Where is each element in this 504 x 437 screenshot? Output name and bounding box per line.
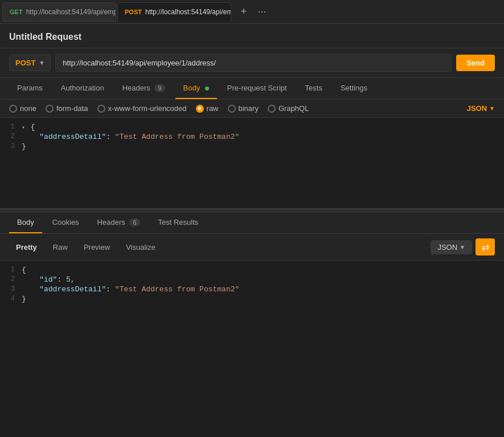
tab-pre-request-label: Pre-request Script [227, 84, 287, 92]
resp-line-content-4: } [22, 295, 26, 303]
resp-tab-test-results[interactable]: Test Results [150, 212, 207, 233]
tab-authorization[interactable]: Authorization [53, 78, 112, 99]
resp-line-content-2: "id": 5, [22, 275, 75, 284]
method-selector[interactable]: POST ▼ [9, 55, 51, 71]
option-form-data-label: form-data [56, 104, 88, 113]
more-tabs-button[interactable]: ··· [254, 4, 270, 20]
resp-format-label: JSON [437, 243, 457, 252]
tab-post[interactable]: POST http://localhost:54149/api/em... [117, 2, 231, 22]
brace-open: { [31, 123, 35, 131]
radio-form-data [46, 105, 54, 113]
radio-urlencoded [97, 105, 105, 113]
option-form-data[interactable]: form-data [46, 104, 88, 113]
tab-headers-label: Headers [122, 84, 150, 92]
resp-tab-body[interactable]: Body [9, 212, 42, 233]
option-urlencoded[interactable]: x-www-form-urlencoded [97, 104, 187, 113]
radio-graphql [268, 105, 276, 113]
tab-get[interactable]: GET http://localhost:54149/api/empl... [2, 2, 116, 22]
tab-tests[interactable]: Tests [297, 78, 330, 99]
code-line-1: 1 ▾ { [0, 122, 504, 132]
resp-format-selector: JSON ▼ ⇄ [431, 238, 495, 255]
option-none-label: none [20, 104, 36, 113]
option-raw[interactable]: raw [196, 104, 219, 113]
add-tab-button[interactable]: + [236, 4, 252, 20]
resp-tab-headers[interactable]: Headers 6 [89, 212, 148, 233]
resp-sub-tab-preview-label: Preview [84, 243, 110, 252]
option-binary[interactable]: binary [228, 104, 259, 113]
brace-close: } [22, 142, 26, 151]
tab-body-label: Body [183, 84, 200, 92]
request-tabs: Params Authorization Headers 9 Body Pre-… [0, 78, 504, 100]
resp-val-addressdetail: "Test Address from Postman2" [115, 285, 239, 294]
resp-val-id: 5, [66, 275, 75, 284]
resp-colon-1: : [57, 275, 66, 284]
tab-body[interactable]: Body [175, 78, 217, 99]
json-format-arrow-icon: ▼ [489, 105, 495, 112]
resp-line-content-3: "addressDetail": "Test Address from Post… [22, 285, 239, 294]
resp-sub-tab-preview[interactable]: Preview [77, 240, 117, 254]
url-bar: POST ▼ Send [0, 48, 504, 78]
code-colon-1: : [106, 133, 115, 141]
response-tabs: Body Cookies Headers 6 Test Results [0, 212, 504, 234]
request-body-editor[interactable]: 1 ▾ { 2 "addressDetail": "Test Address f… [0, 118, 504, 209]
response-sub-bar: Pretty Raw Preview Visualize JSON ▼ ⇄ [0, 234, 504, 261]
resp-sub-tab-visualize[interactable]: Visualize [119, 240, 162, 254]
resp-brace-open: { [22, 266, 26, 274]
code-line-3: 3 } [0, 142, 504, 151]
line-content-1: ▾ { [22, 123, 35, 131]
tab-actions: + ··· [236, 4, 270, 20]
method-value: POST [15, 59, 35, 67]
resp-code-key-addressdetail: "addressDetail" [39, 285, 106, 294]
radio-none [9, 105, 17, 113]
resp-tab-headers-badge: 6 [129, 218, 140, 226]
option-graphql[interactable]: GraphQL [268, 104, 309, 113]
request-title-area: Untitled Request [0, 24, 504, 48]
tab-params-label: Params [17, 84, 43, 92]
body-active-dot [205, 86, 209, 90]
line-num-1: 1 [5, 123, 15, 131]
resp-line-num-1: 1 [5, 266, 15, 274]
line-num-3: 3 [5, 142, 15, 150]
tab-headers-badge: 9 [154, 84, 165, 92]
code-val-addressdetail: "Test Address from Postman2" [115, 133, 239, 141]
wrap-button[interactable]: ⇄ [476, 238, 495, 255]
resp-tab-cookies[interactable]: Cookies [44, 212, 87, 233]
request-title: Untitled Request [9, 32, 81, 42]
resp-colon-2: : [106, 285, 115, 294]
wrap-icon: ⇄ [482, 242, 489, 253]
line-content-3: } [22, 142, 26, 151]
option-graphql-label: GraphQL [278, 104, 309, 113]
json-format-selector[interactable]: JSON ▼ [467, 104, 495, 113]
tab-headers[interactable]: Headers 9 [114, 78, 173, 99]
resp-tab-cookies-label: Cookies [52, 218, 79, 226]
option-binary-label: binary [239, 104, 259, 113]
resp-tab-headers-label: Headers [97, 218, 125, 226]
resp-sub-tab-pretty-label: Pretty [16, 243, 37, 252]
tab-params[interactable]: Params [9, 78, 51, 99]
tab-get-url: http://localhost:54149/api/empl... [26, 8, 116, 16]
tab-post-url: http://localhost:54149/api/em... [145, 8, 231, 16]
option-raw-label: raw [207, 104, 219, 113]
line-content-2: "addressDetail": "Test Address from Post… [22, 133, 239, 141]
resp-code-line-3: 3 "addressDetail": "Test Address from Po… [0, 285, 504, 294]
resp-sub-tab-raw[interactable]: Raw [46, 240, 75, 254]
resp-format-button[interactable]: JSON ▼ [431, 240, 472, 254]
code-key-addressdetail: "addressDetail" [39, 133, 106, 141]
resp-code-line-1: 1 { [0, 265, 504, 275]
resp-code-key-id: "id" [39, 275, 57, 284]
send-button[interactable]: Send [456, 55, 495, 71]
expand-icon-1[interactable]: ▾ [22, 125, 25, 131]
tab-authorization-label: Authorization [61, 84, 104, 92]
resp-line-content-1: { [22, 266, 26, 274]
code-line-2: 2 "addressDetail": "Test Address from Po… [0, 132, 504, 142]
resp-sub-tab-pretty[interactable]: Pretty [9, 240, 44, 254]
radio-raw [196, 105, 204, 113]
tab-settings[interactable]: Settings [333, 78, 375, 99]
resp-code-line-2: 2 "id": 5, [0, 275, 504, 285]
option-none[interactable]: none [9, 104, 36, 113]
resp-tab-test-results-label: Test Results [158, 218, 199, 226]
tab-pre-request[interactable]: Pre-request Script [219, 78, 295, 99]
body-options: none form-data x-www-form-urlencoded raw… [0, 100, 504, 118]
resp-line-num-4: 4 [5, 295, 15, 303]
url-input[interactable] [55, 54, 452, 72]
